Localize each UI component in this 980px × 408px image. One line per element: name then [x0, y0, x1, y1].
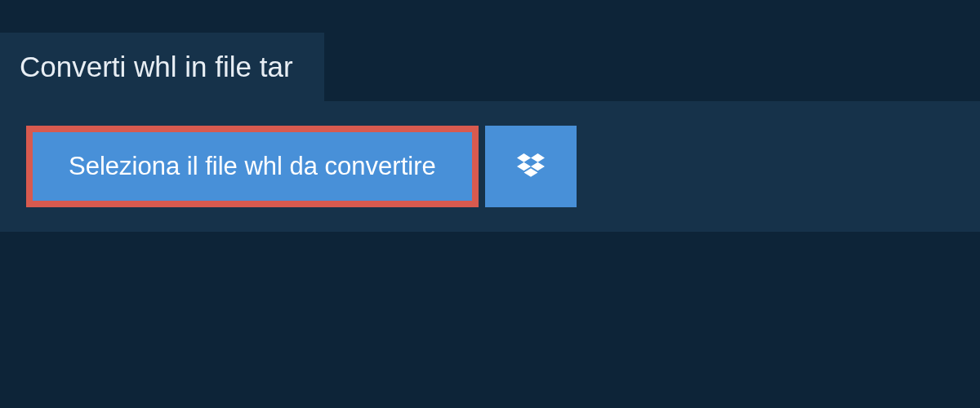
select-file-button[interactable]: Seleziona il file whl da convertire — [26, 126, 479, 207]
tab-title: Converti whl in file tar — [20, 51, 293, 82]
upload-panel: Seleziona il file whl da convertire — [0, 101, 980, 232]
dropbox-icon — [517, 153, 545, 180]
conversion-tab: Converti whl in file tar — [0, 33, 324, 101]
select-file-label: Seleziona il file whl da convertire — [69, 152, 436, 180]
dropbox-upload-button[interactable] — [485, 126, 577, 207]
button-row: Seleziona il file whl da convertire — [26, 126, 954, 207]
